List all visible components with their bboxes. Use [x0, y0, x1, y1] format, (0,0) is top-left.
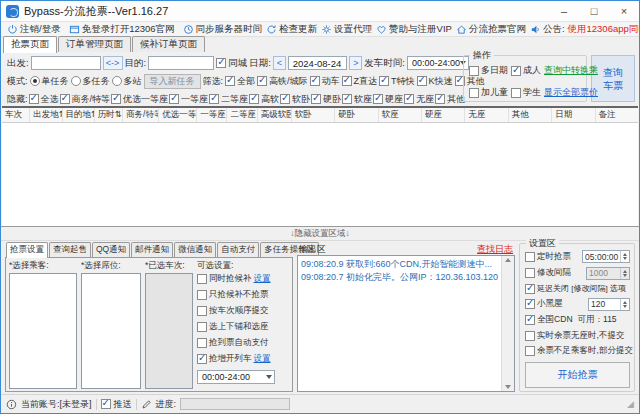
- option-waitlist-only[interactable]: 只抢候补不抢票: [197, 289, 289, 301]
- multi-date-checkbox[interactable]: 多日期: [469, 64, 508, 77]
- col-hard-sleeper[interactable]: 硬卧: [335, 108, 378, 122]
- hide-no-seat-checkbox[interactable]: 无座: [404, 93, 434, 106]
- col-hard-seat[interactable]: 硬座: [422, 108, 465, 122]
- hide-hard-sleeper-checkbox[interactable]: 硬卧: [311, 93, 341, 106]
- transfer-query-link[interactable]: 查询中转换乘: [544, 64, 598, 77]
- waitlist-settings-link[interactable]: 设置: [254, 273, 271, 285]
- blackroom-checkbox[interactable]: [525, 299, 535, 309]
- filter-k-checkbox[interactable]: K快速: [417, 75, 453, 88]
- tab-wechat-notify[interactable]: 微信通知: [174, 242, 216, 257]
- depart-time-select[interactable]: 00:00-24:00: [407, 56, 469, 70]
- tab-ticket-page[interactable]: 抢票页面: [3, 36, 57, 53]
- tab-auto-pay[interactable]: 自动支付: [217, 242, 259, 257]
- interval-spinner[interactable]: 1000: [586, 267, 630, 280]
- date-field[interactable]: 2024-08-24: [288, 56, 348, 70]
- hide-second-checkbox[interactable]: 二等座: [209, 93, 248, 106]
- hide-deluxe-soft-checkbox[interactable]: 高软: [249, 93, 279, 106]
- to-station-input[interactable]: [148, 56, 214, 70]
- tab-email-notify[interactable]: 邮件通知: [131, 242, 173, 257]
- next-date-button[interactable]: >: [349, 56, 362, 70]
- sponsor-vip-button[interactable]: 赞助与注册VIP: [376, 23, 452, 36]
- extra-trains-settings-link[interactable]: 设置: [254, 353, 271, 365]
- official-site-button[interactable]: 分流抢票官网: [456, 23, 526, 36]
- col-business[interactable]: 商务/特等: [123, 108, 159, 122]
- col-other[interactable]: 其他: [509, 108, 552, 122]
- col-no-seat[interactable]: 无座: [465, 108, 508, 122]
- import-task-button[interactable]: 导入新任务: [144, 74, 201, 89]
- filter-highspeed-checkbox[interactable]: 高铁/城际: [257, 75, 308, 88]
- timed-grab-checkbox[interactable]: [525, 252, 535, 262]
- tab-ticket-settings[interactable]: 抢票设置: [6, 242, 48, 258]
- interval-checkbox[interactable]: [525, 268, 535, 278]
- hide-selectall-checkbox[interactable]: 全选: [29, 93, 59, 106]
- find-log-link[interactable]: 查找日志: [477, 243, 513, 256]
- log-scrollbar[interactable]: [501, 256, 514, 391]
- col-departure[interactable]: 出发地⇅: [30, 108, 62, 122]
- from-station-input[interactable]: [31, 56, 101, 70]
- hide-hard-seat-checkbox[interactable]: 硬座: [373, 93, 403, 106]
- seat-listbox[interactable]: [81, 273, 141, 389]
- col-soft-seat[interactable]: 软座: [379, 108, 422, 122]
- hide-premium-first-checkbox[interactable]: 优选一等座: [111, 93, 168, 106]
- minimize-button[interactable]: –: [549, 1, 579, 21]
- hide-business-checkbox[interactable]: 商务/特等: [60, 93, 111, 106]
- swap-stations-button[interactable]: <->: [103, 56, 123, 70]
- spinner-arrows[interactable]: [620, 299, 629, 310]
- radio-multi-station[interactable]: 多站: [112, 75, 142, 88]
- proxy-settings-button[interactable]: 设置代理: [321, 23, 372, 36]
- tab-qq-notify[interactable]: QQ通知: [92, 242, 130, 257]
- filter-z-checkbox[interactable]: Z直达: [342, 75, 378, 88]
- logout-login-button[interactable]: 注销/登录: [7, 23, 61, 36]
- close-button[interactable]: ×: [609, 1, 639, 21]
- spinner-arrows[interactable]: [620, 268, 629, 279]
- push-checkbox[interactable]: 推送: [101, 398, 132, 411]
- option-berth-seat-select[interactable]: 选上下铺和选座: [197, 321, 289, 333]
- show-all-price-link[interactable]: 显示全部票价: [544, 86, 598, 99]
- col-soft-sleeper[interactable]: 软卧: [292, 108, 335, 122]
- col-destination[interactable]: 目的地⇅: [63, 108, 95, 122]
- col-duration[interactable]: 历时⇅: [95, 108, 123, 122]
- delay-close-checkbox[interactable]: [525, 284, 535, 294]
- noseat-checkbox[interactable]: [525, 331, 535, 341]
- sync-time-button[interactable]: 同步服务器时间: [183, 23, 263, 36]
- selected-train-listbox[interactable]: [145, 273, 193, 389]
- option-auto-pay[interactable]: 抢到票自动支付: [197, 337, 289, 349]
- maximize-button[interactable]: □: [579, 1, 609, 21]
- col-first[interactable]: 一等座: [197, 108, 227, 122]
- hide-soft-sleeper-checkbox[interactable]: 软卧: [280, 93, 310, 106]
- student-checkbox[interactable]: 学生: [511, 86, 541, 99]
- scroll-up-icon[interactable]: [505, 258, 511, 262]
- tab-query-sale[interactable]: 查询起售: [49, 242, 91, 257]
- resize-grip[interactable]: ◢: [627, 399, 634, 409]
- col-deluxe-soft[interactable]: 高级软卧: [258, 108, 292, 122]
- open-12306-button[interactable]: 免登录打开12306官网: [69, 23, 175, 36]
- option-waitlist-too[interactable]: 同时抢候补 设置: [197, 273, 289, 285]
- check-update-button[interactable]: 检查更新: [266, 23, 317, 36]
- filter-t-checkbox[interactable]: T特快: [379, 75, 415, 88]
- start-grab-button[interactable]: 开始抢票: [525, 362, 630, 388]
- col-premium-first[interactable]: 优选一等座: [159, 108, 197, 122]
- radio-single-task[interactable]: 单任务: [30, 75, 69, 88]
- radio-multi-task[interactable]: 多任务: [71, 75, 110, 88]
- scroll-down-icon[interactable]: [505, 385, 511, 389]
- filter-d-checkbox[interactable]: 动车: [310, 75, 340, 88]
- col-train-no[interactable]: 车次: [2, 108, 30, 122]
- hide-other-checkbox[interactable]: 其他: [435, 93, 465, 106]
- child-checkbox[interactable]: 加儿童: [469, 86, 508, 99]
- option-submit-in-order[interactable]: 按车次顺序提交: [197, 305, 289, 317]
- prev-date-button[interactable]: <: [273, 56, 286, 70]
- same-city-checkbox[interactable]: 同城: [216, 57, 247, 70]
- col-date[interactable]: 日期: [552, 108, 595, 122]
- col-remark[interactable]: 备注: [596, 108, 638, 122]
- tab-order-management[interactable]: 订单管理页面: [58, 36, 131, 52]
- task-time-range-select[interactable]: 00:00-24:00: [197, 370, 275, 384]
- option-extra-trains[interactable]: 抢增开列车 设置: [197, 353, 289, 365]
- hide-first-checkbox[interactable]: 一等座: [169, 93, 208, 106]
- col-second[interactable]: 二等座: [227, 108, 257, 122]
- passenger-listbox[interactable]: [9, 273, 77, 389]
- partial-submit-checkbox[interactable]: [525, 346, 535, 356]
- timed-grab-spinner[interactable]: 05:00:00: [582, 250, 630, 263]
- blackroom-spinner[interactable]: 120: [588, 298, 630, 311]
- hide-soft-seat-checkbox[interactable]: 软座: [342, 93, 372, 106]
- filter-all-checkbox[interactable]: 全部: [225, 75, 255, 88]
